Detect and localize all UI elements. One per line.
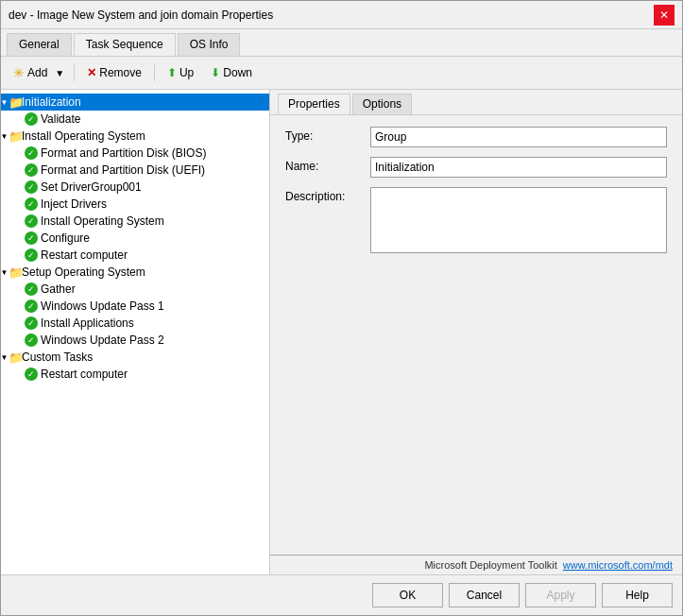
folder-icon: ▼📁 xyxy=(5,265,20,280)
check-icon: ✓ xyxy=(24,214,39,229)
dialog-window: dev - Image New System and join domain P… xyxy=(0,0,683,616)
up-label: Up xyxy=(179,66,194,79)
down-icon: ⬇ xyxy=(211,66,220,79)
tree-item-label: Gather xyxy=(41,282,76,296)
tree-item[interactable]: ✓Install Applications xyxy=(1,315,269,332)
tab-options[interactable]: Options xyxy=(352,94,412,114)
tree-item[interactable]: ✓Format and Partition Disk (BIOS) xyxy=(1,145,269,162)
tree-item[interactable]: ✓Format and Partition Disk (UEFI) xyxy=(1,162,269,179)
tree-item-label: Windows Update Pass 2 xyxy=(41,334,164,347)
tree-item[interactable]: ✓Inject Drivers xyxy=(1,196,269,213)
property-content: Type: Name: Description: xyxy=(270,115,682,555)
tab-general[interactable]: General xyxy=(7,33,72,56)
tree-item-label: Inject Drivers xyxy=(41,197,107,211)
up-icon: ⬆ xyxy=(167,66,177,79)
split-area: ▼📁Initialization✓Validate▼📁Install Opera… xyxy=(1,90,682,574)
folder-icon: ▼📁 xyxy=(5,94,20,110)
property-tabs: Properties Options xyxy=(270,90,682,115)
help-button[interactable]: Help xyxy=(602,583,673,607)
footer-link[interactable]: www.microsoft.com/mdt xyxy=(563,559,673,571)
tree-item[interactable]: ✓Windows Update Pass 1 xyxy=(1,298,269,315)
tree-item[interactable]: ✓Configure xyxy=(1,230,269,247)
title-bar-text: dev - Image New System and join domain P… xyxy=(9,9,273,22)
tree-item[interactable]: ▼📁Setup Operating System xyxy=(1,264,269,281)
tree-item-label: Install Operating System xyxy=(22,129,145,143)
up-button[interactable]: ⬆ Up xyxy=(161,63,200,82)
tree-item-label: Restart computer xyxy=(41,368,128,381)
remove-icon: ✕ xyxy=(87,66,96,79)
tree-item[interactable]: ✓Install Operating System xyxy=(1,213,269,230)
name-row: Name: xyxy=(285,157,667,178)
down-button[interactable]: ⬇ Down xyxy=(204,63,259,82)
tree-item[interactable]: ✓Windows Update Pass 2 xyxy=(1,332,269,349)
tree-item-label: Install Applications xyxy=(41,317,134,330)
remove-button[interactable]: ✕ Remove xyxy=(80,63,148,82)
tree-item[interactable]: ✓Set DriverGroup001 xyxy=(1,179,269,196)
tree-item-label: Format and Partition Disk (UEFI) xyxy=(41,163,205,177)
description-row: Description: xyxy=(285,187,667,253)
down-label: Down xyxy=(223,66,252,79)
tree-item[interactable]: ▼📁Initialization xyxy=(1,94,269,111)
check-icon: ✓ xyxy=(24,231,39,246)
check-icon: ✓ xyxy=(24,282,39,297)
check-icon: ✓ xyxy=(24,163,39,178)
tree-item[interactable]: ✓Validate xyxy=(1,111,269,128)
check-icon: ✓ xyxy=(24,333,39,348)
tree-item[interactable]: ▼📁Install Operating System xyxy=(1,128,269,145)
tree-item[interactable]: ✓Restart computer xyxy=(1,366,269,383)
type-label: Type: xyxy=(285,127,370,143)
folder-icon: ▼📁 xyxy=(5,128,20,144)
title-bar: dev - Image New System and join domain P… xyxy=(1,1,682,29)
tree-item[interactable]: ✓Restart computer xyxy=(1,247,269,264)
add-label: Add xyxy=(27,66,47,79)
close-button[interactable]: ✕ xyxy=(654,5,674,26)
check-icon: ✓ xyxy=(24,248,39,263)
cancel-button[interactable]: Cancel xyxy=(449,583,520,607)
tree-item[interactable]: ▼📁Custom Tasks xyxy=(1,349,269,366)
description-input[interactable] xyxy=(370,187,667,253)
check-icon: ✓ xyxy=(24,316,39,331)
footer-info: Microsoft Deployment Toolkit www.microso… xyxy=(270,555,682,574)
tree-item-label: Configure xyxy=(41,231,90,245)
toolbar: ✳ Add ▼ ✕ Remove ⬆ Up ⬇ Down xyxy=(1,57,682,90)
tree-item[interactable]: ✓Gather xyxy=(1,281,269,298)
check-icon: ✓ xyxy=(24,111,39,127)
name-input[interactable] xyxy=(370,157,667,178)
separator-1 xyxy=(74,64,75,81)
tree-panel[interactable]: ▼📁Initialization✓Validate▼📁Install Opera… xyxy=(1,90,270,574)
type-row: Type: xyxy=(285,127,667,147)
tree-item-label: Restart computer xyxy=(41,248,128,262)
add-button[interactable]: ✳ Add xyxy=(9,62,52,83)
tree-item-label: Format and Partition Disk (BIOS) xyxy=(41,146,206,160)
add-dropdown-button[interactable]: ▼ xyxy=(52,65,68,81)
main-content: ✳ Add ▼ ✕ Remove ⬆ Up ⬇ Down xyxy=(1,57,682,574)
folder-icon: ▼📁 xyxy=(5,350,20,365)
check-icon: ✓ xyxy=(24,367,39,382)
type-input[interactable] xyxy=(370,127,667,147)
apply-button[interactable]: Apply xyxy=(525,583,596,607)
separator-2 xyxy=(154,64,155,81)
tree-item-label: Set DriverGroup001 xyxy=(41,180,142,194)
check-icon: ✓ xyxy=(24,299,39,314)
tree-item-label: Install Operating System xyxy=(41,214,164,228)
check-icon: ✓ xyxy=(24,145,39,161)
tree-item-label: Setup Operating System xyxy=(22,265,145,279)
properties-panel: Properties Options Type: Name: Descripti… xyxy=(270,90,682,574)
tree-item-label: Validate xyxy=(41,112,80,126)
dialog-buttons: OK Cancel Apply Help xyxy=(1,574,682,615)
tree-item-label: Initialization xyxy=(22,95,81,109)
footer-text: Microsoft Deployment Toolkit xyxy=(424,559,556,571)
tab-os-info[interactable]: OS Info xyxy=(178,33,241,56)
check-icon: ✓ xyxy=(24,197,39,212)
ok-button[interactable]: OK xyxy=(372,583,443,607)
tab-properties[interactable]: Properties xyxy=(278,94,350,114)
description-label: Description: xyxy=(285,187,370,203)
add-button-group: ✳ Add ▼ xyxy=(9,62,68,83)
tab-task-sequence[interactable]: Task Sequence xyxy=(74,33,176,56)
main-tabs: General Task Sequence OS Info xyxy=(1,29,682,57)
star-icon: ✳ xyxy=(13,65,25,80)
tree-item-label: Windows Update Pass 1 xyxy=(41,299,164,313)
tree-item-label: Custom Tasks xyxy=(22,351,93,364)
remove-label: Remove xyxy=(99,66,142,79)
check-icon: ✓ xyxy=(24,180,39,195)
